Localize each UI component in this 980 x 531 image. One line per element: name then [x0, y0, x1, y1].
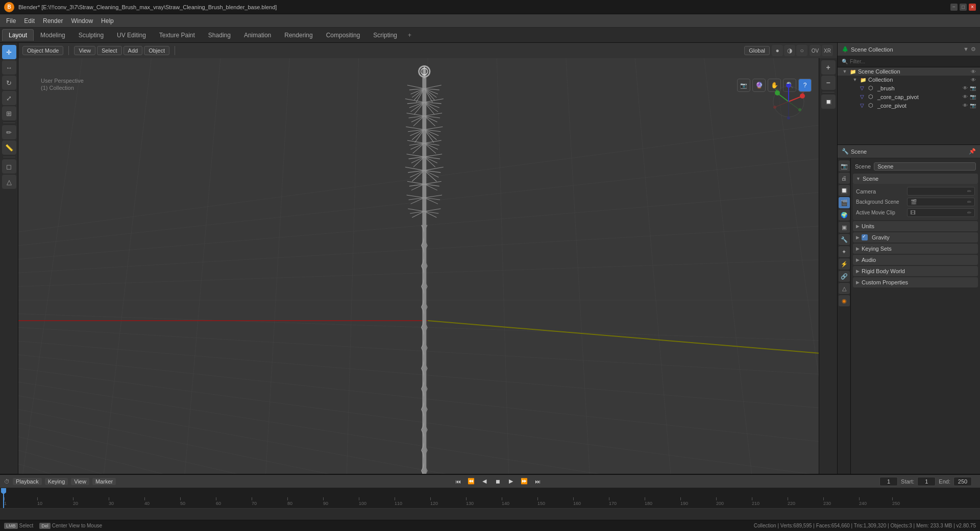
expand-icon[interactable]: ▼	[842, 68, 848, 75]
rigid-body-header[interactable]: ▶ Rigid Body World	[853, 266, 978, 276]
stop-btn[interactable]: ⏹	[493, 476, 503, 487]
start-frame-field[interactable]: 1	[917, 477, 936, 486]
measure-tool[interactable]: 📏	[2, 140, 16, 155]
viewport-camera-btn[interactable]: 📷	[737, 79, 750, 92]
tab-scripting[interactable]: Scripting	[366, 29, 404, 41]
camera-icon-pivot[interactable]: 📷	[970, 103, 976, 108]
viewport-shading-material[interactable]: ◑	[784, 45, 795, 56]
minimize-button[interactable]: −	[950, 4, 958, 11]
viewport-object-menu[interactable]: Object	[144, 46, 169, 55]
eye-icon-pivot[interactable]: 👁	[963, 103, 968, 108]
menu-file[interactable]: File	[2, 16, 20, 26]
outliner-item-core-cap-pivot[interactable]: ▽ ⬡ _core_cap_pivot 👁 📷	[838, 92, 980, 101]
viewport-gizmo[interactable]: X Y Z	[771, 84, 806, 119]
timeline-ruler[interactable]: 1 10 20 30 40 50 60 70 80 90 100	[0, 488, 980, 509]
eye-icon-cap[interactable]: 👁	[963, 94, 968, 100]
menu-edit[interactable]: Edit	[20, 16, 39, 26]
gravity-checkbox[interactable]	[862, 234, 868, 240]
xray-toggle[interactable]: XR	[822, 45, 833, 56]
outliner-settings-icon[interactable]: ⚙	[971, 46, 976, 53]
maximize-button[interactable]: □	[960, 4, 967, 11]
move-tool[interactable]: ↔	[2, 60, 16, 75]
viewport[interactable]: Object Mode View Select Add Object Globa…	[18, 43, 837, 474]
active-movie-clip-value[interactable]: 🎞 ✏	[907, 208, 975, 217]
current-frame-field[interactable]: 1	[879, 477, 898, 486]
tab-compositing[interactable]: Compositing	[320, 29, 367, 41]
viewport-canvas[interactable]: User Perspective (1) Collection 📷 🔮 ✋ 🔍 …	[18, 58, 837, 474]
props-data-icon[interactable]: △	[839, 283, 850, 294]
camera-icon-cap[interactable]: 📷	[970, 94, 976, 100]
custom-props-header[interactable]: ▶ Custom Properties	[853, 277, 978, 287]
props-render-icon[interactable]: 📷	[839, 160, 850, 172]
toggle-camera-btn[interactable]: 🔲	[821, 94, 836, 109]
jump-start-btn[interactable]: ⏮	[453, 476, 463, 487]
zoom-out-btn[interactable]: −	[821, 76, 836, 90]
eye-icon-brush[interactable]: 👁	[963, 85, 968, 91]
keying-menu[interactable]: Keying	[45, 478, 68, 485]
background-scene-value[interactable]: 🎬 ✏	[907, 198, 975, 206]
add-workspace-button[interactable]: +	[404, 30, 415, 41]
eye-icon-collection[interactable]: 👁	[971, 77, 976, 83]
scale-tool[interactable]: ⤢	[2, 91, 16, 105]
viewport-add-menu[interactable]: Add	[124, 46, 143, 55]
props-pin-icon[interactable]: 📌	[969, 148, 976, 155]
props-particles-icon[interactable]: ✦	[839, 246, 850, 257]
end-frame-field[interactable]: 250	[953, 477, 972, 486]
bg-scene-edit-icon[interactable]: ✏	[967, 199, 971, 205]
props-physics-icon[interactable]: ⚡	[839, 258, 850, 270]
outliner-item-collection[interactable]: ▼ 📁 Collection 👁	[838, 76, 980, 84]
step-back-btn[interactable]: ⏪	[466, 476, 476, 487]
playback-menu[interactable]: Playback	[13, 478, 42, 485]
camera-value[interactable]: ✏	[907, 187, 975, 196]
tab-layout[interactable]: Layout	[2, 29, 34, 41]
props-view-layer-icon[interactable]: 🔲	[839, 185, 850, 196]
zoom-in-btn[interactable]: +	[821, 60, 836, 75]
viewport-shading-solid[interactable]: ●	[772, 45, 783, 56]
viewport-shading-rendered[interactable]: ○	[796, 45, 807, 56]
tab-uv-editing[interactable]: UV Editing	[110, 29, 153, 41]
add-cone-tool[interactable]: △	[2, 175, 16, 189]
cursor-tool[interactable]: ✛	[2, 45, 16, 59]
outliner-item-scene-collection[interactable]: ▼ 📁 Scene Collection 👁	[838, 67, 980, 76]
keying-sets-header[interactable]: ▶ Keying Sets	[853, 244, 978, 254]
annotate-tool[interactable]: ✏	[2, 125, 16, 139]
global-local-toggle[interactable]: Global	[744, 46, 770, 55]
camera-icon-brush[interactable]: 📷	[970, 85, 976, 91]
scene-section-header[interactable]: ▼ Scene	[853, 174, 978, 184]
outliner-item-core-pivot[interactable]: ▽ ⬡ _core_pivot 👁 📷	[838, 101, 980, 110]
movie-edit-icon[interactable]: ✏	[967, 210, 971, 215]
props-material-icon[interactable]: ◉	[839, 295, 850, 306]
timeline-view-menu[interactable]: View	[71, 478, 89, 485]
tab-texture-paint[interactable]: Texture Paint	[153, 29, 202, 41]
viewport-view-menu[interactable]: View	[74, 46, 95, 55]
props-object-icon[interactable]: ▣	[839, 222, 850, 233]
props-output-icon[interactable]: 🖨	[839, 173, 850, 184]
jump-end-btn[interactable]: ⏭	[532, 476, 543, 487]
tab-shading[interactable]: Shading	[202, 29, 237, 41]
rotate-tool[interactable]: ↻	[2, 76, 16, 90]
tab-animation[interactable]: Animation	[237, 29, 278, 41]
menu-help[interactable]: Help	[97, 16, 118, 26]
units-section-header[interactable]: ▶ Units	[853, 221, 978, 231]
outliner-filter-icon[interactable]: ▼	[963, 46, 969, 53]
menu-window[interactable]: Window	[67, 16, 97, 26]
props-constraints-icon[interactable]: 🔗	[839, 271, 850, 282]
expand-collection-icon[interactable]: ▼	[852, 77, 858, 83]
camera-edit-icon[interactable]: ✏	[967, 188, 971, 194]
eye-icon[interactable]: 👁	[971, 69, 976, 75]
viewport-render-btn[interactable]: 🔮	[752, 79, 766, 92]
close-button[interactable]: ×	[969, 4, 976, 11]
menu-render[interactable]: Render	[39, 16, 67, 26]
add-cube-tool[interactable]: ◻	[2, 159, 16, 174]
outliner-item-brush[interactable]: ▽ ⬡ _brush 👁 📷	[838, 84, 980, 92]
overlay-toggle[interactable]: OV	[810, 45, 821, 56]
props-world-icon[interactable]: 🌍	[839, 209, 850, 221]
props-modifier-icon[interactable]: 🔧	[839, 234, 850, 245]
audio-section-header[interactable]: ▶ Audio	[853, 255, 978, 265]
gravity-section-header[interactable]: ▶ Gravity	[853, 232, 978, 243]
tab-sculpting[interactable]: Sculpting	[72, 29, 110, 41]
transform-tool[interactable]: ⊞	[2, 106, 16, 120]
play-fwd-btn[interactable]: ▶	[506, 476, 516, 487]
tab-modeling[interactable]: Modeling	[34, 29, 72, 41]
viewport-select-menu[interactable]: Select	[97, 46, 122, 55]
